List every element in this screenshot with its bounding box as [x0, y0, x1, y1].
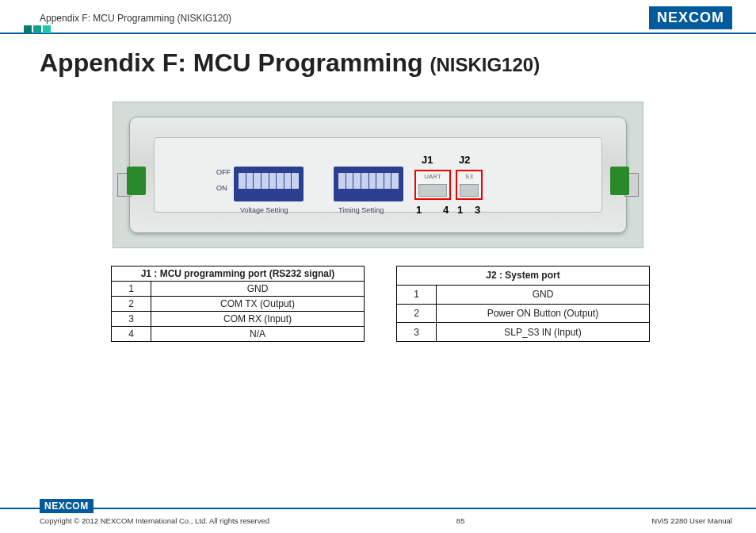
- decorative-squares: [24, 25, 51, 33]
- brand-logo: NEXCOM: [649, 6, 732, 29]
- callout-pin1-j2: 1: [457, 204, 463, 216]
- callout-pin3-j2: 3: [475, 204, 480, 216]
- breadcrumb: Appendix F: MCU Programming (NISKIG120): [40, 13, 231, 24]
- page-number: 85: [456, 516, 465, 525]
- table-j1: J1 : MCU programming port (RS232 signal)…: [111, 266, 365, 342]
- page-header: Appendix F: MCU Programming (NISKIG120) …: [0, 0, 756, 34]
- sw2-caption: Timing Setting: [338, 206, 384, 214]
- page-title: Appendix F: MCU Programming (NISKIG120): [40, 48, 716, 78]
- dip-off-label: OFF: [216, 168, 231, 176]
- port-j1: UART: [414, 170, 451, 200]
- callout-j1: J1: [422, 154, 433, 166]
- table-j2: J2 : System port 1GND 2Power ON Button (…: [396, 266, 650, 342]
- callout-pin1-j1: 1: [416, 204, 422, 216]
- table-j1-header: J1 : MCU programming port (RS232 signal): [112, 266, 365, 282]
- connector-right: [610, 167, 629, 195]
- dip-on-label: ON: [216, 184, 227, 192]
- connector-left: [127, 167, 146, 195]
- dip-switch-sw1: [234, 167, 304, 201]
- sw1-caption: Voltage Setting: [240, 206, 288, 214]
- table-j2-header: J2 : System port: [397, 266, 650, 286]
- page-footer: NEXCOM Copyright © 2012 NEXCOM Internati…: [0, 508, 756, 525]
- pinout-tables: J1 : MCU programming port (RS232 signal)…: [111, 266, 677, 342]
- callout-j2: J2: [459, 154, 470, 166]
- dip-switch-sw2: [334, 167, 403, 201]
- callout-pin4-j1: 4: [443, 204, 449, 216]
- port-j2: S3: [456, 170, 483, 200]
- footer-brand-logo: NEXCOM: [40, 499, 94, 513]
- main-content: Appendix F: MCU Programming (NISKIG120) …: [0, 34, 756, 342]
- copyright-text: Copyright © 2012 NEXCOM International Co…: [40, 516, 269, 525]
- device-photo: OFF ON Voltage Setting Timing Setting UA…: [113, 102, 643, 248]
- manual-name: NViS 2280 User Manual: [651, 516, 732, 525]
